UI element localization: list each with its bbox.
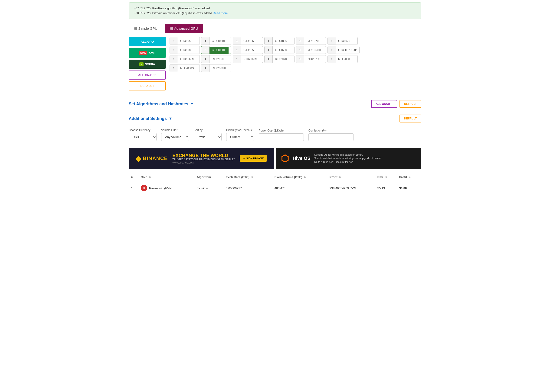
all-gpu-button[interactable]: ALL GPU (129, 37, 166, 46)
announcement-item-1: 07.05.2020: KawPow algorithm (Ravencoin)… (134, 6, 416, 11)
cell-algorithm: KawPow (194, 182, 224, 194)
gpu-item[interactable]: 1GTX1050 (170, 37, 200, 45)
additional-settings-section: Additional Settings ▼ DEFAULT (129, 111, 421, 125)
cell-profit: 238.46054909 RVN (327, 182, 375, 194)
cell-exch-volume: 483.473 (272, 182, 327, 194)
gpu-label: GTX1660S (178, 56, 196, 63)
gpu-item[interactable]: 1GTX TITAN XP (327, 46, 360, 54)
gpu-item[interactable]: 1GTX1066 (264, 37, 295, 45)
nvidia-button[interactable]: N NVIDIA (129, 60, 166, 69)
tab-simple-gpu[interactable]: ▦ Simple GPU (129, 24, 162, 33)
currency-select[interactable]: USD EUR GBP (129, 133, 157, 141)
power-cost-input[interactable]: 0.04 (259, 133, 304, 141)
binance-signup-button[interactable]: → SIGN UP NOW (240, 155, 267, 162)
gpu-item[interactable]: 1RTX2080TI (201, 64, 231, 72)
gpu-item[interactable]: 1RTX2060S (233, 55, 263, 63)
cell-exch-rate: 0.00000217 (224, 182, 272, 194)
tab-advanced-gpu[interactable]: ▦ Advanced GPU (165, 24, 203, 33)
gpu-label: RTX2080S (178, 65, 196, 72)
cell-num: 1 (129, 182, 138, 194)
gpu-item[interactable]: 1RTX2070S (296, 55, 326, 63)
gpu-count: 1 (265, 37, 273, 45)
gpu-item[interactable]: 1RTX2060 (201, 55, 231, 63)
gpu-label: GTX1070TI (336, 38, 355, 45)
chevron-down-icon-2: ▼ (169, 116, 172, 121)
col-algorithm: Algorithm (194, 173, 224, 182)
announcement-item-2: 08.05.2020: Bitmain Antminer Z15 (Equiha… (134, 11, 416, 15)
gpu-item[interactable]: 1GTX1070TI (327, 37, 358, 45)
gpu-count: 1 (201, 56, 210, 63)
chevron-down-icon: ▼ (190, 102, 194, 106)
binance-url: WWW.BINANCE.COM (172, 162, 235, 164)
tab-row: ▦ Simple GPU ▦ Advanced GPU (129, 24, 421, 33)
gpu-count: 1 (233, 37, 241, 45)
gpu-item[interactable]: 1GTX1660 (264, 46, 295, 54)
gpu-item[interactable]: 1RTX2070 (264, 55, 295, 63)
hiveos-logo: ⬡ (281, 153, 289, 164)
all-on-off-button[interactable]: ALL ON/OFF (129, 70, 166, 80)
grid-icon: ▦ (134, 26, 137, 30)
announcement-bar: 07.05.2020: KawPow algorithm (Ravencoin)… (129, 2, 421, 19)
col-coin[interactable]: Coin ⇅ (138, 173, 194, 182)
binance-sub: TRUSTED CRYPTOCURRENCY EXCHANGE MADE EAS… (172, 158, 235, 161)
algorithms-all-on-off-button[interactable]: ALL ON/OFF (371, 100, 397, 108)
default-button[interactable]: DEFAULT (129, 81, 166, 91)
col-exch-rate[interactable]: Exch Rate (BTC) ⇅ (224, 173, 272, 182)
gpu-label: GTX1650 (241, 47, 258, 54)
cell-coin: R Ravencoin (RVN) (138, 182, 194, 194)
additional-settings-default-button[interactable]: DEFAULT (399, 115, 421, 122)
hiveos-desc-2: Simple installation, web monitoring, aut… (314, 157, 381, 160)
commission-input[interactable]: 2 (308, 133, 354, 141)
gpu-count: 1 (170, 56, 178, 63)
currency-label: Choose Currency (129, 128, 157, 132)
grid-icon: ▦ (170, 26, 173, 30)
gpu-label: RTX2060 (210, 56, 226, 63)
volume-filter-select[interactable]: Any Volume High Volume Low Volume (161, 133, 189, 141)
difficulty-field: Difficulty for Revenue Current Average H… (226, 128, 254, 141)
cell-profit2: $3.88 (397, 182, 421, 194)
gpu-item[interactable]: 1RTX2080 (327, 55, 358, 63)
gpu-label: GTX1660TI (304, 47, 323, 54)
gpu-item[interactable]: 1GTX1050TI (201, 37, 231, 45)
read-more-link[interactable]: Read more (213, 11, 228, 15)
gpu-count: 1 (296, 56, 304, 63)
gpu-count: 1 (170, 37, 178, 45)
banner-row: ◆ BINANCE EXCHANGE THE WORLD TRUSTED CRY… (129, 148, 421, 169)
table-header-row: # Coin ⇅ Algorithm Exch Rate (BTC) ⇅ Exc… (129, 173, 421, 182)
col-exch-volume[interactable]: Exch Volume (BTC) ⇅ (272, 173, 327, 182)
col-profit2[interactable]: Profit ⇅ (397, 173, 421, 182)
gpu-count: 6 (201, 46, 210, 54)
gpu-count: 1 (328, 46, 336, 54)
gpu-item[interactable]: 1GTX1660S (170, 55, 200, 63)
col-num: # (129, 173, 138, 182)
gpu-count: 1 (296, 46, 304, 54)
gpu-item[interactable]: 1GTX1080 (170, 46, 200, 54)
gpu-label: GTX1080 (178, 47, 194, 54)
hiveos-desc-1: Specific OS for Mining Rig based on Linu… (314, 153, 381, 157)
col-profit[interactable]: Profit ⇅ (327, 173, 375, 182)
difficulty-select[interactable]: Current Average Historical (226, 133, 254, 141)
gpu-count: 1 (233, 56, 241, 63)
amd-button[interactable]: AMD AMD (129, 48, 166, 58)
gpu-item[interactable]: 1GTX1070 (296, 37, 326, 45)
hiveos-banner[interactable]: ⬡ Hive OS Specific OS for Mining Rig bas… (276, 148, 421, 169)
gpu-count: 1 (201, 37, 210, 45)
binance-banner[interactable]: ◆ BINANCE EXCHANGE THE WORLD TRUSTED CRY… (129, 148, 274, 169)
gpu-label: GTX1080TI (210, 47, 229, 54)
gpu-label: RTX2080TI (210, 65, 228, 72)
additional-settings-actions: DEFAULT (399, 115, 421, 122)
gpu-sidebar: ALL GPU AMD AMD N NVIDIA ALL ON/OFF DEFA… (129, 37, 166, 91)
sort-by-field: Sort by Profit Revenue Algorithm (194, 128, 222, 141)
gpu-item[interactable]: 1GTX1660TI (296, 46, 326, 54)
table-row: 1 R Ravencoin (RVN) KawPow 0.00000217 48… (129, 182, 421, 194)
gpu-count: 1 (170, 64, 178, 72)
sort-by-select[interactable]: Profit Revenue Algorithm (194, 133, 222, 141)
col-rev[interactable]: Rev. ⇅ (375, 173, 397, 182)
gpu-item[interactable]: 1RTX2080S (170, 64, 200, 72)
algorithms-default-button[interactable]: DEFAULT (399, 100, 421, 108)
gpu-item[interactable]: 6GTX1080TI (201, 46, 231, 54)
hiveos-desc-3: Up to 4 Rigs per 1 account for free (314, 160, 381, 164)
commission-label: Comission (%) (308, 129, 354, 132)
gpu-item[interactable]: 1GTX1650 (233, 46, 263, 54)
gpu-item[interactable]: 1GTX1063 (233, 37, 263, 45)
